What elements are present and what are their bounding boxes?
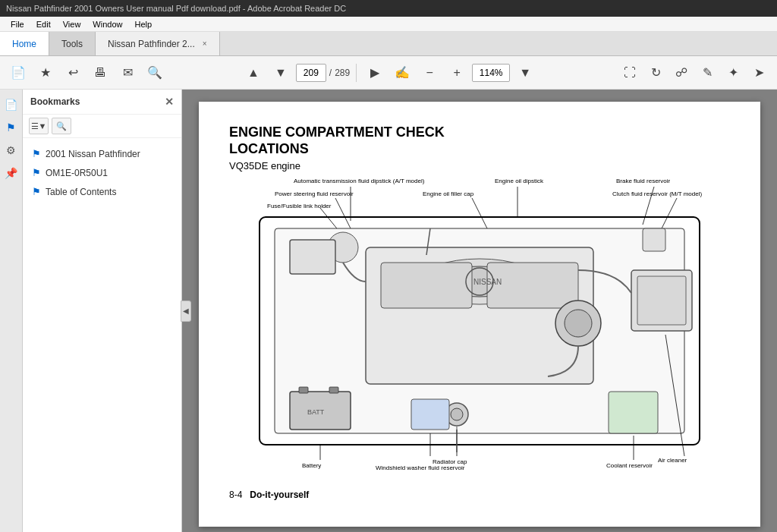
engine-svg: Automatic transmission fluid dipstick (A… <box>229 172 730 475</box>
titlebar: Nissan Pathfinder 2001 Owners User manua… <box>0 0 777 17</box>
window-title: Nissan Pathfinder 2001 Owners User manua… <box>6 4 346 13</box>
page-separator: / <box>329 68 332 78</box>
bookmarks-panel: Bookmarks ✕ ☰▼ 🔍 ⚑ 2001 Nissan Pathfinde… <box>23 90 182 532</box>
separator <box>356 64 357 82</box>
highlight-btn[interactable]: ✎ <box>695 61 719 85</box>
svg-rect-39 <box>290 240 335 274</box>
panel-collapse-btn[interactable]: ◀ <box>181 301 191 322</box>
bookmark-label-0: 2001 Nissan Pathfinder <box>46 149 140 159</box>
svg-text:Air cleaner: Air cleaner <box>658 457 687 464</box>
share-btn[interactable]: ➤ <box>747 61 771 85</box>
bookmark-icon-0: ⚑ <box>32 148 41 159</box>
bookmarks-header: Bookmarks ✕ <box>23 90 181 115</box>
svg-text:Engine oil filler cap: Engine oil filler cap <box>423 190 474 197</box>
svg-point-25 <box>565 310 592 337</box>
svg-text:NISSAN: NISSAN <box>473 278 502 286</box>
rotate-btn[interactable]: ↻ <box>643 61 668 85</box>
menu-window[interactable]: Window <box>87 20 128 29</box>
svg-rect-20 <box>381 263 472 308</box>
cursor-tool-btn[interactable]: ▶ <box>363 61 387 85</box>
svg-rect-38 <box>643 228 665 251</box>
svg-rect-35 <box>609 392 658 433</box>
sidebar-pages-icon[interactable]: ⚙ <box>2 141 20 159</box>
back-btn[interactable]: ↩ <box>61 61 85 85</box>
svg-text:Fuse/Fusible link holder: Fuse/Fusible link holder <box>267 203 332 209</box>
svg-rect-34 <box>411 399 449 430</box>
svg-text:Brake fluid reservoir: Brake fluid reservoir <box>616 178 670 184</box>
main-area: 📄 ⚑ ⚙ 📌 Bookmarks ✕ ☰▼ 🔍 ⚑ 2001 Nissan P… <box>0 90 777 532</box>
nav-controls: ▲ ▼ / 289 ▶ ✍ − + ▼ <box>241 61 537 85</box>
page-heading2: LOCATIONS <box>229 141 730 158</box>
engine-diagram: Automatic transmission fluid dipstick (A… <box>229 172 730 477</box>
next-page-btn[interactable]: ▼ <box>269 61 293 85</box>
menu-file[interactable]: File <box>5 20 30 29</box>
menu-view[interactable]: View <box>57 20 87 29</box>
bookmarks-title: Bookmarks <box>30 96 80 107</box>
svg-text:Clutch fluid reservoir (M/T mo: Clutch fluid reservoir (M/T model) <box>612 190 702 197</box>
menubar: File Edit View Window Help <box>0 17 777 32</box>
svg-text:Coolant reservoir: Coolant reservoir <box>606 462 653 469</box>
prev-page-btn[interactable]: ▲ <box>241 61 266 85</box>
svg-point-33 <box>451 408 463 420</box>
bookmarks-toolbar: ☰▼ 🔍 <box>23 115 181 138</box>
sidebar-attachments-icon[interactable]: 📌 <box>2 164 20 182</box>
sidebar-bookmarks-icon[interactable]: ⚑ <box>2 118 20 137</box>
toolbar: 📄 ★ ↩ 🖶 ✉ 🔍 ▲ ▼ / 289 ▶ ✍ − + ▼ ⛶ ↻ ☍ ✎ … <box>0 56 777 90</box>
zoom-dropdown-btn[interactable]: ▼ <box>513 61 537 85</box>
bookmarks-options-btn[interactable]: ☰▼ <box>29 118 49 134</box>
menu-help[interactable]: Help <box>128 20 158 29</box>
comment-btn[interactable]: ☍ <box>669 61 694 85</box>
print-btn[interactable]: 🖶 <box>88 61 112 85</box>
new-button[interactable]: 📄 <box>6 61 30 85</box>
tab-close-icon[interactable]: × <box>203 39 207 48</box>
page-heading1: ENGINE COMPARTMENT CHECK <box>229 124 730 141</box>
svg-text:Engine oil dipstick: Engine oil dipstick <box>495 178 544 184</box>
right-tools: ⛶ ↻ ☍ ✎ ✦ ➤ <box>618 61 771 85</box>
svg-text:Automatic transmission fluid d: Automatic transmission fluid dipstick (A… <box>294 178 425 184</box>
tab-document[interactable]: Nissan Pathfinder 2... × <box>96 32 220 55</box>
bookmark-item-2[interactable]: ⚑ Table of Contents <box>23 182 181 201</box>
svg-rect-30 <box>329 387 338 393</box>
stamp-btn[interactable]: ✦ <box>721 61 745 85</box>
bookmark-icon-1: ⚑ <box>32 167 41 178</box>
page-footer: 8-4 Do-it-yourself <box>229 490 730 500</box>
zoom-out-btn[interactable]: − <box>417 61 442 85</box>
footer-page: 8-4 <box>229 490 242 500</box>
email-btn[interactable]: ✉ <box>115 61 140 85</box>
bookmark-icon-2: ⚑ <box>32 186 41 197</box>
bookmarks-list: ⚑ 2001 Nissan Pathfinder ⚑ OM1E-0R50U1 ⚑… <box>23 138 181 532</box>
bookmarks-search-btn[interactable]: 🔍 <box>52 118 71 134</box>
page-subheading: VQ35DE engine <box>229 160 730 172</box>
bookmark-btn[interactable]: ★ <box>33 61 58 85</box>
zoom-input[interactable] <box>472 64 510 82</box>
zoom-in-btn[interactable]: + <box>445 61 469 85</box>
tab-tools[interactable]: Tools <box>49 32 96 55</box>
pdf-area[interactable]: ENGINE COMPARTMENT CHECK LOCATIONS VQ35D… <box>182 90 777 532</box>
search-btn[interactable]: 🔍 <box>143 61 167 85</box>
svg-rect-27 <box>637 276 686 325</box>
bookmark-item-1[interactable]: ⚑ OM1E-0R50U1 <box>23 163 181 182</box>
tab-home[interactable]: Home <box>0 32 49 55</box>
tabbar: Home Tools Nissan Pathfinder 2... × <box>0 32 777 56</box>
bookmark-label-1: OM1E-0R50U1 <box>46 168 108 178</box>
svg-text:Windshield washer fluid reserv: Windshield washer fluid reservoir <box>376 464 465 471</box>
hand-tool-btn[interactable]: ✍ <box>390 61 414 85</box>
footer-section: Do-it-yourself <box>250 490 309 500</box>
menu-edit[interactable]: Edit <box>30 20 57 29</box>
svg-text:Power steering fluid reservoir: Power steering fluid reservoir <box>275 190 354 197</box>
svg-text:BATT: BATT <box>307 408 325 416</box>
page-number-input[interactable] <box>296 64 326 82</box>
bookmarks-close-icon[interactable]: ✕ <box>165 96 174 108</box>
page-total: 289 <box>335 68 350 78</box>
left-icon-sidebar: 📄 ⚑ ⚙ 📌 <box>0 90 23 532</box>
sidebar-tools-icon[interactable]: 📄 <box>2 96 20 114</box>
pdf-page: ENGINE COMPARTMENT CHECK LOCATIONS VQ35D… <box>199 102 760 527</box>
bookmark-label-2: Table of Contents <box>46 187 116 197</box>
fit-page-btn[interactable]: ⛶ <box>618 61 642 85</box>
bookmark-item-0[interactable]: ⚑ 2001 Nissan Pathfinder <box>23 144 181 163</box>
svg-rect-29 <box>299 387 308 393</box>
svg-text:Battery: Battery <box>302 462 321 469</box>
